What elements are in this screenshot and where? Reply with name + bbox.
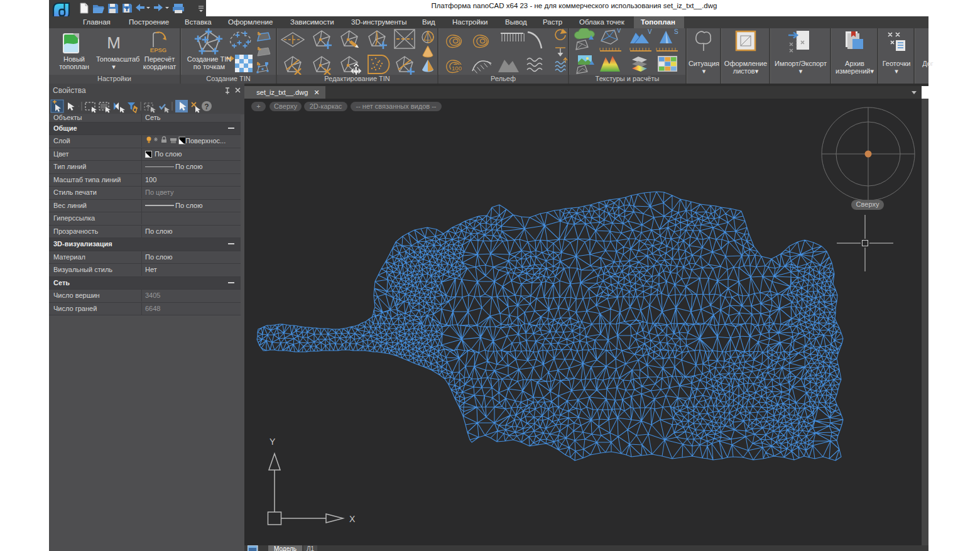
svg-text:V: V bbox=[648, 28, 652, 35]
svg-text:S: S bbox=[674, 28, 678, 35]
svg-text:V: V bbox=[617, 28, 621, 34]
svg-text:EPSG: EPSG bbox=[150, 46, 166, 53]
svg-text:X: X bbox=[349, 514, 356, 524]
svg-text:?: ? bbox=[204, 102, 209, 111]
svg-text:100: 100 bbox=[452, 65, 462, 72]
svg-text:M: M bbox=[107, 33, 121, 52]
svg-text:Y: Y bbox=[270, 437, 276, 447]
